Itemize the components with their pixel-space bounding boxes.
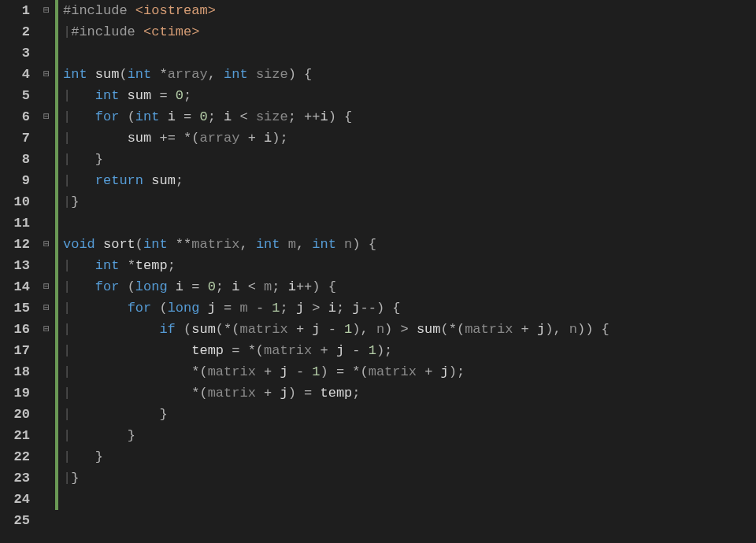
code-line[interactable]: | sum += *(array + i); bbox=[63, 127, 756, 149]
token-par: ) bbox=[328, 109, 344, 124]
token-id: i bbox=[224, 109, 239, 124]
token-kw: return bbox=[95, 173, 143, 188]
token-kw: int bbox=[128, 67, 152, 82]
fold-marker bbox=[38, 382, 55, 404]
token-op: + bbox=[424, 364, 440, 379]
code-line[interactable]: | for (long j = m - 1; j > i; j--) { bbox=[63, 297, 756, 319]
token-id bbox=[176, 322, 183, 337]
token-op: ; bbox=[457, 364, 465, 379]
code-line[interactable]: | return sum; bbox=[63, 170, 756, 191]
fold-marker bbox=[38, 425, 55, 446]
token-op: - bbox=[256, 301, 272, 316]
fold-marker[interactable]: ⊟ bbox=[38, 234, 55, 255]
token-par: ( bbox=[199, 386, 207, 401]
token-op: ; bbox=[288, 109, 304, 124]
line-number: 3 bbox=[0, 42, 30, 64]
code-line[interactable] bbox=[63, 489, 756, 510]
token-op: * bbox=[352, 364, 360, 379]
fold-marker bbox=[38, 149, 55, 170]
fold-marker bbox=[38, 404, 55, 425]
code-line[interactable]: | if (sum(*(matrix + j - 1), n) > sum(*(… bbox=[63, 319, 756, 340]
token-par: ) bbox=[352, 237, 368, 252]
token-op: , bbox=[296, 237, 312, 252]
token-kw: for bbox=[128, 301, 152, 316]
line-number: 25 bbox=[0, 510, 30, 531]
token-pp: #include bbox=[63, 3, 135, 18]
fold-column[interactable]: ⊟⊟⊟⊟⊟⊟⊟ bbox=[38, 0, 55, 543]
token-par: ( bbox=[232, 322, 239, 337]
code-line[interactable]: | } bbox=[63, 446, 756, 467]
fold-marker bbox=[38, 489, 55, 510]
code-line[interactable]: void sort(int **matrix, int m, int n) { bbox=[63, 234, 756, 255]
code-area[interactable]: #include <iostream>|#include <ctime>int … bbox=[58, 0, 756, 543]
line-number: 1 bbox=[0, 0, 30, 21]
line-number: 5 bbox=[0, 85, 30, 106]
code-line[interactable]: | for (long i = 0; i < m; i++) { bbox=[63, 276, 756, 297]
fold-marker[interactable]: ⊟ bbox=[38, 106, 55, 127]
code-line[interactable]: int sum(int *array, int size) { bbox=[63, 64, 756, 85]
line-number: 7 bbox=[0, 127, 30, 149]
line-number: 20 bbox=[0, 404, 30, 425]
token-op: * bbox=[224, 322, 232, 337]
token-op: , bbox=[361, 322, 376, 337]
token-id bbox=[151, 67, 159, 82]
code-line[interactable]: | *(matrix + j - 1) = *(matrix + j); bbox=[63, 361, 756, 382]
token-par: } bbox=[128, 428, 135, 443]
code-line[interactable] bbox=[63, 510, 756, 531]
token-vbar: | bbox=[63, 88, 95, 103]
token-par: } bbox=[71, 471, 79, 486]
code-line[interactable]: | int sum = 0; bbox=[63, 85, 756, 106]
fold-marker[interactable]: ⊟ bbox=[38, 64, 55, 85]
fold-marker bbox=[38, 510, 55, 531]
token-par: } bbox=[95, 449, 103, 464]
code-line[interactable]: | int *temp; bbox=[63, 255, 756, 276]
line-number: 23 bbox=[0, 467, 30, 489]
token-op: , bbox=[239, 237, 255, 252]
token-g: matrix bbox=[465, 322, 513, 337]
token-id: j bbox=[280, 386, 287, 401]
code-line[interactable]: | for (int i = 0; i < size; ++i) { bbox=[63, 106, 756, 127]
token-op: + bbox=[296, 322, 312, 337]
token-op: ++ bbox=[296, 279, 312, 294]
fold-marker[interactable]: ⊟ bbox=[38, 319, 55, 340]
code-line[interactable]: | } bbox=[63, 149, 756, 170]
token-id bbox=[87, 67, 95, 82]
token-op: ; bbox=[168, 258, 176, 273]
token-op: = bbox=[304, 386, 320, 401]
code-line[interactable]: | temp = *(matrix + j - 1); bbox=[63, 340, 756, 361]
token-op: < bbox=[248, 279, 264, 294]
token-op: * bbox=[248, 343, 256, 358]
token-g: matrix bbox=[208, 386, 256, 401]
line-number-gutter: 1234567891011121314151617181920212223242… bbox=[0, 0, 38, 543]
token-id: j bbox=[352, 301, 360, 316]
code-line[interactable]: | *(matrix + j) = temp; bbox=[63, 382, 756, 404]
token-vbar: | bbox=[63, 343, 191, 358]
token-id: sum bbox=[128, 131, 160, 146]
token-op: ; bbox=[280, 301, 295, 316]
code-editor[interactable]: 1234567891011121314151617181920212223242… bbox=[0, 0, 756, 543]
fold-marker[interactable]: ⊟ bbox=[38, 276, 55, 297]
line-number: 18 bbox=[0, 361, 30, 382]
token-pp: #include bbox=[71, 24, 143, 39]
fold-marker[interactable]: ⊟ bbox=[38, 297, 55, 319]
token-g: size bbox=[256, 67, 288, 82]
code-line[interactable] bbox=[63, 212, 756, 234]
code-line[interactable]: |} bbox=[63, 467, 756, 489]
code-line[interactable]: |#include <ctime> bbox=[63, 21, 756, 42]
code-line[interactable]: #include <iostream> bbox=[63, 0, 756, 21]
code-line[interactable]: |} bbox=[63, 191, 756, 212]
fold-marker[interactable]: ⊟ bbox=[38, 0, 55, 21]
token-par: { bbox=[369, 237, 376, 252]
token-id: j bbox=[441, 364, 449, 379]
token-id: j bbox=[537, 322, 545, 337]
code-line[interactable]: | } bbox=[63, 425, 756, 446]
code-line[interactable] bbox=[63, 42, 756, 64]
code-line[interactable]: | } bbox=[63, 404, 756, 425]
token-id: temp bbox=[191, 343, 232, 358]
token-id bbox=[513, 322, 521, 337]
token-par: ) bbox=[272, 131, 280, 146]
token-id: temp bbox=[320, 386, 352, 401]
token-op: + bbox=[521, 322, 537, 337]
token-op: ; bbox=[280, 131, 287, 146]
token-id bbox=[336, 237, 344, 252]
